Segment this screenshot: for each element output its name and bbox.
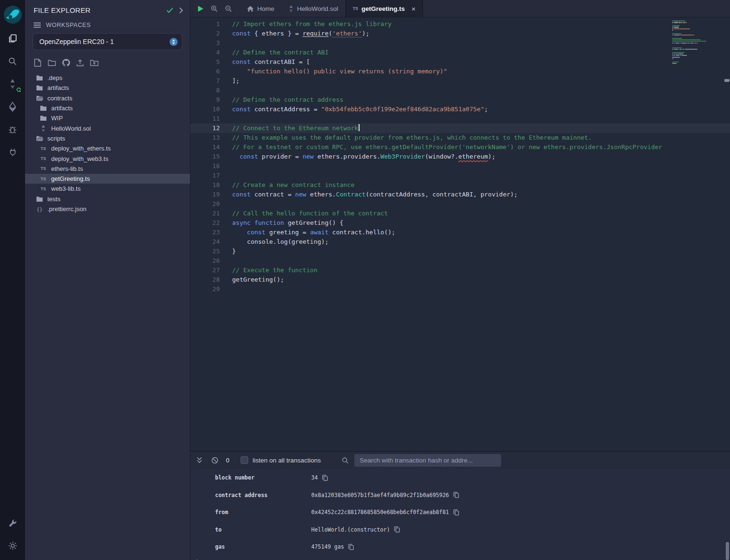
code-line[interactable]: async function getGreeting() { (232, 218, 730, 228)
new-folder-icon[interactable] (47, 58, 56, 67)
copy-icon[interactable] (322, 475, 328, 481)
hamburger-menu-icon[interactable] (34, 22, 41, 28)
line-number[interactable]: 25 (190, 247, 220, 256)
chevron-right-icon[interactable] (179, 7, 183, 14)
file-item-artifacts[interactable]: artifacts (25, 103, 190, 113)
code-line[interactable]: // Import ethers from the ethers.js libr… (232, 19, 730, 29)
workspace-select[interactable]: OpenZeppelin ERC20 - 1 (33, 33, 182, 50)
remix-logo[interactable] (0, 2, 25, 27)
line-number[interactable]: 2 (190, 29, 220, 38)
code-line[interactable]: } (232, 247, 730, 256)
code-line[interactable]: // Create a new contract instance (232, 180, 730, 190)
code-line[interactable]: const greeting = await contract.hello(); (232, 228, 730, 237)
line-number[interactable]: 21 (190, 209, 220, 218)
file-item-deploy-with-ethers-ts[interactable]: TS deploy_with_ethers.ts (25, 143, 190, 153)
line-number[interactable]: 3 (190, 38, 220, 48)
line-number[interactable]: 29 (190, 284, 220, 294)
line-number[interactable]: 14 (190, 142, 220, 152)
line-number[interactable]: 8 (190, 86, 220, 95)
code-line[interactable]: getGreeting(); (232, 275, 730, 284)
line-number[interactable]: 5 (190, 57, 220, 67)
new-file-icon[interactable] (33, 58, 42, 67)
zoom-in-icon[interactable] (210, 5, 218, 12)
zoom-out-icon[interactable] (225, 5, 232, 12)
file-item-contracts[interactable]: contracts (25, 93, 190, 103)
debugger-icon[interactable] (0, 118, 25, 141)
copy-icon[interactable] (348, 544, 354, 550)
code-line[interactable]: // For a testnet or custom RPC, use ethe… (232, 142, 730, 152)
line-number[interactable]: 12 (190, 124, 220, 133)
code-line[interactable]: // Define the contract ABI (232, 48, 730, 57)
file-item-web3-lib-ts[interactable]: TS web3-lib.ts (25, 184, 190, 194)
code-line[interactable]: const contract = new ethers.Contract(con… (232, 190, 730, 199)
line-number[interactable]: 26 (190, 256, 220, 266)
code-line[interactable]: // Call the hello function of the contra… (232, 209, 730, 218)
code-line[interactable] (232, 86, 730, 95)
code-line[interactable]: // Define the contract address (232, 95, 730, 105)
deploy-and-run-icon[interactable] (0, 95, 25, 118)
code-line[interactable]: console.log(greeting); (232, 237, 730, 247)
line-number[interactable]: 27 (190, 266, 220, 275)
line-number[interactable]: 11 (190, 114, 220, 124)
line-number[interactable]: 6 (190, 67, 220, 76)
line-number[interactable]: 4 (190, 48, 220, 57)
line-number[interactable]: 13 (190, 133, 220, 142)
editor-scrollbar-thumb[interactable] (724, 79, 730, 82)
terminal-scrollbar-thumb[interactable] (726, 542, 729, 560)
upload-folder-icon[interactable] (90, 58, 99, 67)
code-line[interactable] (232, 38, 730, 48)
minimap[interactable] (672, 20, 722, 66)
line-number[interactable]: 7 (190, 76, 220, 86)
file-explorer-icon[interactable] (0, 27, 25, 50)
terminal-prompt[interactable]: > (190, 556, 730, 560)
file-item-prettierrc-json[interactable]: {} .prettierrc.json (25, 204, 190, 214)
tab-getgreeting-ts[interactable]: TS getGreeting.ts × (345, 0, 424, 17)
accept-check-icon[interactable] (166, 7, 173, 13)
settings-gear-icon[interactable] (0, 534, 25, 557)
copy-icon[interactable] (394, 526, 400, 533)
solidity-compiler-icon[interactable] (0, 72, 25, 95)
plugin-manager-icon[interactable] (0, 141, 25, 163)
code-line[interactable]: const { ethers } = require('ethers'); (232, 29, 730, 38)
code-line[interactable]: // This example uses the default provide… (232, 133, 730, 142)
copy-icon[interactable] (453, 492, 459, 498)
file-item-deps[interactable]: .deps (25, 73, 190, 83)
line-number[interactable]: 16 (190, 161, 220, 171)
code-line[interactable] (232, 256, 730, 266)
code-line[interactable] (232, 199, 730, 209)
code-line[interactable] (232, 171, 730, 180)
line-number[interactable]: 28 (190, 275, 220, 284)
run-script-button[interactable] (197, 5, 204, 12)
line-number[interactable]: 23 (190, 228, 220, 237)
upload-file-icon[interactable] (75, 58, 85, 67)
file-item-artifacts[interactable]: artifacts (25, 83, 190, 93)
file-item-helloworld-sol[interactable]: HelloWorld.sol (25, 123, 190, 133)
code-line[interactable] (232, 284, 730, 294)
listen-all-transactions-checkbox[interactable] (241, 456, 248, 464)
github-icon[interactable] (61, 58, 71, 67)
file-item-wip[interactable]: WIP (25, 113, 190, 123)
code-line[interactable]: // Execute the function (232, 266, 730, 275)
file-item-ethers-lib-ts[interactable]: TS ethers-lib.ts (25, 164, 190, 174)
clear-console-icon[interactable] (211, 457, 218, 464)
line-number[interactable]: 15 (190, 152, 220, 161)
tab-home[interactable]: Home (240, 0, 281, 17)
file-item-deploy-with-web3-ts[interactable]: TS deploy_with_web3.ts (25, 153, 190, 163)
line-number[interactable]: 20 (190, 199, 220, 209)
file-item-tests[interactable]: tests (25, 194, 190, 204)
line-number[interactable]: 9 (190, 95, 220, 105)
line-number[interactable]: 17 (190, 171, 220, 180)
code-line[interactable]: ]; (232, 76, 730, 86)
line-number[interactable]: 24 (190, 237, 220, 247)
file-item-getgreeting-ts[interactable]: TS getGreeting.ts (25, 174, 190, 184)
copy-icon[interactable] (453, 509, 459, 516)
collapse-terminal-icon[interactable] (196, 457, 203, 463)
code-line[interactable]: const contractABI = [ (232, 57, 730, 67)
code-line[interactable]: // Connect to the Ethereum network (232, 124, 730, 133)
code-line[interactable]: const provider = new ethers.providers.We… (232, 152, 730, 161)
line-number[interactable]: 1 (190, 19, 220, 29)
code-line[interactable]: "function hello() public view returns (s… (232, 67, 730, 76)
line-number[interactable]: 10 (190, 105, 220, 114)
close-tab-icon[interactable]: × (412, 5, 416, 13)
code-line[interactable]: const contractAddress = "0xb54febb5c0c0f… (232, 105, 730, 114)
